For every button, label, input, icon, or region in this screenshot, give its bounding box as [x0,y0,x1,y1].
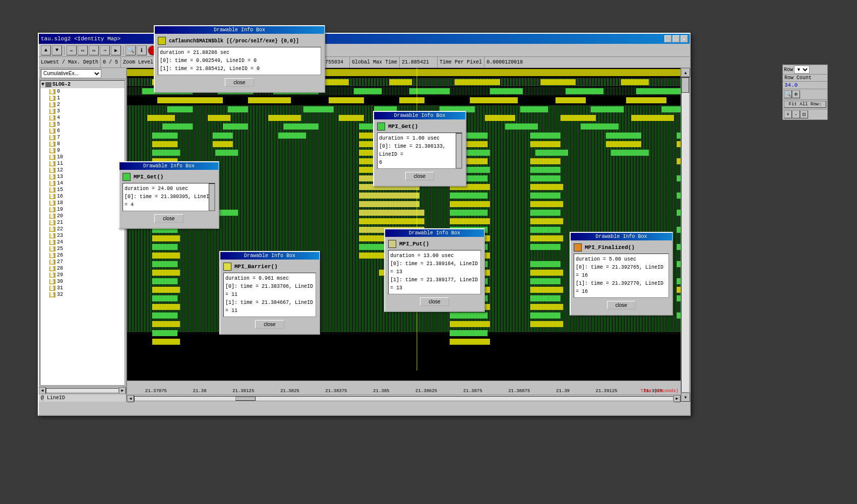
tree-view[interactable]: ▼ SLOG-2 📄0📄1📄2📄3📄4📄5📄6📄7📄8📄9📄10📄11📄12📄1… [40,80,125,386]
info-box-6-close-button[interactable]: close [607,301,636,309]
tree-item-4[interactable]: 📄4 [40,114,125,121]
zoom-in-btn[interactable]: + [784,110,792,118]
search-icon-button[interactable]: 🔍 [126,45,136,55]
tree-item-23[interactable]: 📄23 [40,232,125,239]
nav-down-button[interactable]: ▼ [52,45,62,55]
tree-label: 6 [57,128,60,134]
vscroll-down-btn[interactable]: ▼ [681,393,690,402]
tree-item-32[interactable]: 📄32 [40,291,125,298]
svg-rect-53 [162,123,193,130]
edit-button[interactable]: ✏ [67,45,77,55]
rect2-button[interactable]: ▭ [89,45,99,55]
tree-item-22[interactable]: 📄22 [40,226,125,232]
info-box-3-close-button[interactable]: close [405,172,434,180]
file-icon: 📄 [49,253,55,258]
tree-item-27[interactable]: 📄27 [40,259,125,265]
close-window-button[interactable]: ✕ [681,35,688,42]
zoom-fit-btn[interactable]: ⊡ [800,110,808,118]
tree-hscrollbar[interactable]: ◀ ▶ [39,387,126,394]
info-box-5-content: MPI_Put() duration = 13.00 usec [0]: tim… [385,237,484,311]
vscroll-up-btn[interactable]: ▲ [681,68,690,77]
svg-rect-173 [450,330,487,336]
arrow-button[interactable]: ⇒ [100,45,110,55]
zoom-out-btn[interactable]: - [792,110,800,118]
info-box-2-close-button[interactable]: close [154,214,183,223]
row-select[interactable]: ▼ [794,66,810,74]
svg-rect-135 [530,244,561,250]
info-box-6-content: MPI_Finalized() duration = 5.00 usec [0]… [571,240,672,314]
hscroll-right-btn[interactable]: ▶ [674,395,681,402]
tree-label: 20 [57,213,63,219]
tree-item-28[interactable]: 📄28 [40,265,125,272]
tree-item-6[interactable]: 📄6 [40,128,125,134]
scroll-track[interactable] [46,388,119,393]
hscroll-left-btn[interactable]: ◀ [127,395,134,402]
hscroll-track[interactable] [134,396,674,401]
tree-item-20[interactable]: 📄20 [40,213,125,219]
search-btn[interactable]: 🔍 [784,90,792,98]
tree-item-26[interactable]: 📄26 [40,252,125,259]
time-per-pixel-value-cell: 0.0000120018 [484,57,530,68]
tree-item-19[interactable]: 📄19 [40,206,125,213]
play-button[interactable]: ▶ [111,45,121,55]
tree-item-12[interactable]: 📄12 [40,167,125,173]
tree-item-0[interactable]: 📄0 [40,88,125,95]
vscroll-thumb[interactable] [682,78,689,93]
fit-all-rows-button[interactable]: Fit All Row: [784,101,826,108]
svg-rect-26 [157,97,223,103]
svg-rect-164 [530,304,563,310]
scroll-left-btn[interactable]: ◀ [39,387,46,394]
header-info-row: Lowest / Max. Depth 0 / 5 Zoom Level 11 … [39,57,690,68]
tree-item-2[interactable]: 📄2 [40,101,125,108]
info-box-2-scrollbar[interactable] [209,183,215,211]
info-icon-button[interactable]: ℹ [137,45,147,55]
file-icon: 📄 [49,260,55,265]
tree-item-16[interactable]: 📄16 [40,193,125,200]
nav-up-button[interactable]: ▲ [41,45,51,55]
tree-item-25[interactable]: 📄25 [40,245,125,252]
tree-item-9[interactable]: 📄9 [40,147,125,154]
hscroll-thumb[interactable] [235,397,256,401]
tree-item-11[interactable]: 📄11 [40,160,125,167]
vscroll-track[interactable] [681,77,690,393]
tree-item-13[interactable]: 📄13 [40,173,125,180]
tree-item-8[interactable]: 📄8 [40,141,125,147]
info-box-5: Drawable Info Box MPI_Put() duration = 1… [384,228,485,312]
time-per-pixel-label: Time Per Pixel [440,59,482,65]
tree-item-15[interactable]: 📄15 [40,186,125,193]
tree-label: 12 [57,167,63,173]
info-box-5-close-button[interactable]: close [420,297,449,306]
scroll-right-btn[interactable]: ▶ [119,387,126,394]
tree-item-18[interactable]: 📄18 [40,200,125,206]
tree-item-21[interactable]: 📄21 [40,219,125,226]
tree-item-31[interactable]: 📄31 [40,285,125,291]
cumulative-select[interactable]: CumulativeEx... [41,69,101,78]
tree-item-5[interactable]: 📄5 [40,121,125,128]
tree-root-item[interactable]: ▼ SLOG-2 [40,81,125,88]
maximize-button[interactable]: □ [672,35,680,42]
tree-item-1[interactable]: 📄1 [40,95,125,101]
info-box-5-color [388,240,396,248]
global-max-value: 21.885421 [402,59,429,65]
info-box-1-close-button[interactable]: close [225,78,254,87]
info-box-4-close-button[interactable]: close [255,320,284,329]
tree-label: 16 [57,194,63,199]
tick-10: 21.39 [556,389,570,394]
zoom-btn[interactable]: ⊕ [792,90,800,98]
minimize-button[interactable]: _ [664,35,671,42]
tree-item-30[interactable]: 📄30 [40,278,125,285]
tree-item-3[interactable]: 📄3 [40,108,125,114]
tree-item-14[interactable]: 📄14 [40,180,125,186]
info-box-3-scrollbar[interactable] [456,133,462,168]
info-box-3-line3: 6 [379,159,460,167]
rect-button[interactable]: ▭ [78,45,88,55]
h-scrollbar[interactable]: ◀ ▶ [127,395,681,402]
svg-rect-81 [535,150,568,156]
tree-item-7[interactable]: 📄7 [40,134,125,141]
tree-item-10[interactable]: 📄10 [40,154,125,160]
tree-item-24[interactable]: 📄24 [40,239,125,245]
tree-item-29[interactable]: 📄29 [40,272,125,278]
svg-rect-106 [530,193,561,199]
svg-rect-54 [223,123,248,130]
svg-rect-90 [530,167,561,173]
